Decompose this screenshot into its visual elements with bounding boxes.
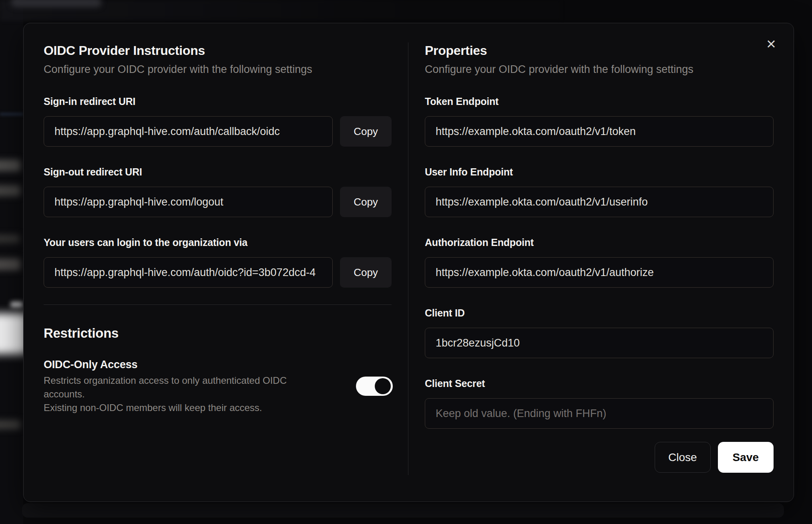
background-blurred-text	[0, 234, 20, 243]
background-blurred-line	[0, 113, 23, 116]
authorization-endpoint-input[interactable]	[425, 257, 774, 288]
background-panel-edge	[22, 503, 784, 518]
login-url-input[interactable]	[44, 257, 333, 288]
section-divider	[44, 304, 392, 305]
dialog-footer: Close Save	[425, 442, 774, 473]
sign-out-redirect-uri-label: Sign-out redirect URI	[44, 166, 408, 178]
background-blurred-text	[0, 420, 21, 429]
sign-in-redirect-uri-label: Sign-in redirect URI	[44, 95, 408, 107]
properties-title: Properties	[425, 42, 774, 58]
save-button[interactable]: Save	[718, 442, 774, 473]
instructions-column: OIDC Provider Instructions Configure you…	[44, 42, 408, 415]
properties-subtitle: Configure your OIDC provider with the fo…	[425, 62, 774, 76]
copy-sign-out-uri-button[interactable]: Copy	[340, 187, 392, 217]
client-secret-input[interactable]	[425, 398, 774, 429]
background-blurred-dash	[10, 302, 23, 307]
restrictions-title: Restrictions	[44, 325, 408, 342]
authorization-endpoint-label: Authorization Endpoint	[425, 236, 774, 248]
copy-login-url-button[interactable]: Copy	[340, 257, 392, 288]
background-page-strip	[0, 0, 23, 524]
sign-in-redirect-uri-row: Copy	[44, 116, 408, 147]
properties-column: Properties Configure your OIDC provider …	[408, 42, 774, 475]
login-url-row: Copy	[44, 257, 408, 288]
token-endpoint-input[interactable]	[425, 116, 774, 147]
token-endpoint-label: Token Endpoint	[425, 95, 774, 107]
close-icon[interactable]: ✕	[762, 35, 780, 53]
sign-out-redirect-uri-row: Copy	[44, 187, 408, 217]
oidc-only-toggle[interactable]	[356, 377, 393, 396]
background-blurred-text	[0, 258, 21, 270]
user-info-endpoint-input[interactable]	[425, 187, 774, 217]
oidc-only-access-row: OIDC-Only Access Restricts organization …	[44, 358, 408, 415]
sign-in-redirect-uri-input[interactable]	[44, 116, 333, 147]
client-id-label: Client ID	[425, 307, 774, 319]
background-blurred-text	[0, 159, 21, 171]
oidc-settings-dialog: ✕ OIDC Provider Instructions Configure y…	[23, 23, 794, 502]
description-line-2: Existing non-OIDC members will keep thei…	[44, 401, 328, 415]
background-blurred-text	[0, 185, 21, 196]
oidc-only-access-label: OIDC-Only Access	[44, 358, 328, 371]
close-button[interactable]: Close	[655, 442, 711, 473]
user-info-endpoint-label: User Info Endpoint	[425, 166, 774, 178]
toggle-knob	[375, 378, 391, 394]
instructions-title: OIDC Provider Instructions	[44, 42, 408, 58]
background-top-glow	[0, 0, 561, 21]
login-url-label: Your users can login to the organization…	[44, 236, 408, 248]
client-id-input[interactable]	[425, 328, 774, 358]
copy-sign-in-uri-button[interactable]: Copy	[340, 116, 392, 147]
oidc-only-access-text: OIDC-Only Access Restricts organization …	[44, 358, 328, 415]
description-line-1: Restricts organization access to only au…	[44, 374, 328, 401]
client-secret-label: Client Secret	[425, 377, 774, 389]
sign-out-redirect-uri-input[interactable]	[44, 187, 333, 217]
instructions-subtitle: Configure your OIDC provider with the fo…	[44, 62, 408, 76]
background-blurred-tab	[11, 0, 101, 7]
oidc-only-access-description: Restricts organization access to only au…	[44, 374, 328, 415]
